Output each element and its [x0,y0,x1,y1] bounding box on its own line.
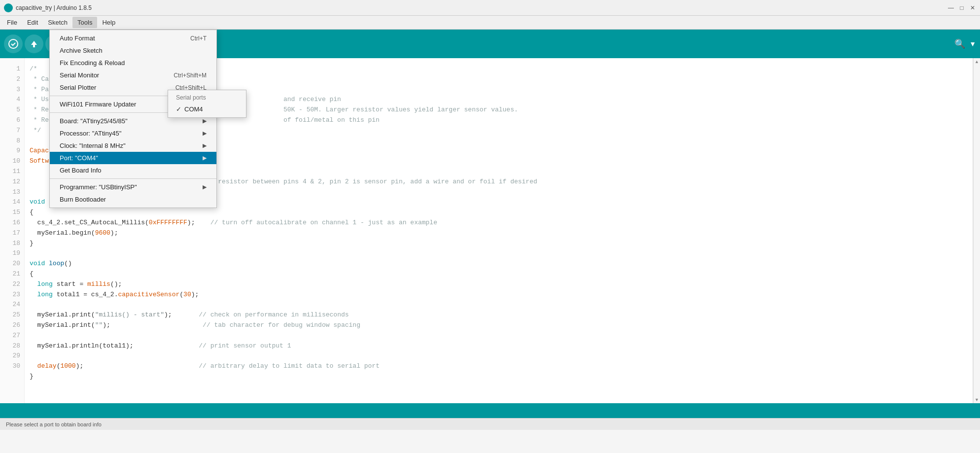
menu-burn-bootloader[interactable]: Burn Bootloader [50,193,216,206]
port-com4-item[interactable]: ✓ COM4 [168,103,246,115]
port-submenu-header: Serial ports [168,92,246,103]
scroll-up-arrow[interactable]: ▲ [974,58,980,65]
menu-file[interactable]: File [2,17,22,28]
menu-programmer[interactable]: Programmer: "USBtinyISP" ▶ [50,181,216,193]
svg-rect-2 [33,45,35,47]
svg-marker-1 [31,41,37,45]
close-button[interactable]: ✕ [969,4,976,11]
bottom-bar: Please select a port to obtain board inf… [0,418,980,430]
right-scrollbar[interactable]: ▲ ▼ [973,58,980,403]
menu-auto-format[interactable]: Auto Format Ctrl+T [50,32,216,44]
menu-tools[interactable]: Tools [72,17,97,28]
line-numbers: 1234567891011121314151617181920212223242… [0,58,25,403]
dropdown-arrow[interactable]: ▼ [969,40,976,48]
menu-port[interactable]: Port: "COM4" ▶ [50,152,216,164]
toolbar-right: 🔍 ▼ [954,38,976,49]
status-bar [0,403,980,418]
tools-menu: Auto Format Ctrl+T Archive Sketch Fix En… [49,30,217,208]
verify-button[interactable] [4,35,23,53]
app-icon [4,3,13,12]
window-controls: — □ ✕ [947,4,976,11]
menu-fix-encoding[interactable]: Fix Encoding & Reload [50,57,216,69]
maximize-button[interactable]: □ [958,4,965,11]
menu-bar: File Edit Sketch Tools Help [0,16,980,30]
port-com4-label: COM4 [184,105,203,113]
menu-archive-sketch[interactable]: Archive Sketch [50,44,216,57]
menu-get-board-info[interactable]: Get Board Info [50,164,216,176]
check-icon: ✓ [176,105,181,113]
menu-serial-monitor[interactable]: Serial Monitor Ctrl+Shift+M [50,69,216,81]
menu-processor[interactable]: Processor: "ATtiny45" ▶ [50,127,216,139]
title-text: capacitive_try | Arduino 1.8.5 [16,4,92,11]
svg-point-0 [9,39,18,48]
search-button[interactable]: 🔍 [954,38,965,49]
title-bar: capacitive_try | Arduino 1.8.5 — □ ✕ [0,0,980,16]
menu-clock[interactable]: Clock: "Internal 8 MHz" ▶ [50,139,216,152]
menu-edit[interactable]: Edit [22,17,43,28]
bottom-text: Please select a port to obtain board inf… [6,421,102,427]
separator-3 [50,178,216,179]
minimize-button[interactable]: — [947,4,954,11]
scroll-down-arrow[interactable]: ▼ [974,396,980,403]
port-submenu: Serial ports ✓ COM4 [168,90,246,118]
menu-help[interactable]: Help [97,17,120,28]
upload-button[interactable] [25,35,43,53]
menu-sketch[interactable]: Sketch [43,17,72,28]
